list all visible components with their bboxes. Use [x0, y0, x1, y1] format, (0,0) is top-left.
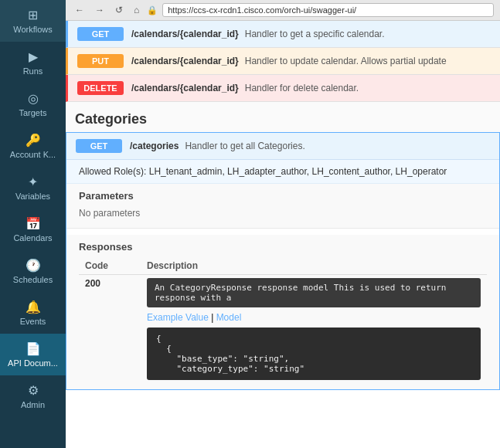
sidebar-item-events[interactable]: 🔔 Events	[0, 292, 66, 334]
nav-forward-button[interactable]: →	[92, 3, 107, 17]
expanded-get-header[interactable]: GET /categories Handler to get all Categ…	[66, 133, 499, 159]
nav-refresh-button[interactable]: ↺	[112, 3, 126, 17]
schedules-icon: 🕐	[26, 258, 41, 273]
address-bar[interactable]	[162, 3, 494, 17]
events-icon: 🔔	[26, 300, 41, 314]
sidebar-item-variables[interactable]: ✦ Variables	[0, 167, 66, 209]
sidebar-label-workflows: Workflows	[13, 25, 53, 34]
sidebar-item-calendars[interactable]: 📅 Calendars	[0, 209, 66, 250]
sidebar-label-calendars: Calendars	[13, 233, 52, 243]
responses-section: Responses Code Description 200	[66, 235, 499, 389]
variables-icon: ✦	[28, 175, 38, 189]
model-link[interactable]: Model	[216, 312, 242, 323]
responses-title: Responses	[79, 241, 487, 253]
roles-label: Allowed Role(s):	[79, 166, 146, 177]
expanded-get-path: /categories	[130, 141, 179, 151]
method-badge-put: PUT	[77, 54, 124, 68]
method-badge-delete: DELETE	[77, 81, 124, 95]
sidebar-item-runs[interactable]: ▶ Runs	[0, 42, 66, 83]
main-content: ← → ↺ ⌂ 🔒 GET /calendars/{calendar_id} H…	[66, 0, 500, 448]
response-description: An CategoryResponse response model This …	[147, 278, 481, 307]
sidebar-label-events: Events	[20, 317, 46, 326]
parameters-section: Parameters No parameters	[66, 184, 499, 229]
expanded-get-body: Allowed Role(s): LH_tenant_admin, LH_ada…	[66, 159, 499, 389]
params-title: Parameters	[79, 190, 487, 202]
browser-top-bar: ← → ↺ ⌂ 🔒	[66, 0, 500, 21]
expanded-get-desc: Handler to get all Categories.	[185, 141, 304, 151]
endpoint-desc-put-cal: Handler to update calendar. Allows parti…	[245, 56, 447, 66]
calendars-icon: 📅	[26, 216, 41, 231]
response-table: Code Description 200 An CategoryResponse…	[79, 257, 487, 383]
endpoint-path-put-cal: /calendars/{calendar_id}	[131, 56, 239, 66]
sidebar-item-account-keys[interactable]: 🔑 Account K...	[0, 125, 66, 167]
endpoint-path-get-cal: /calendars/{calendar_id}	[131, 29, 239, 39]
targets-icon: ◎	[28, 91, 39, 106]
sidebar-label-admin: Admin	[21, 400, 45, 409]
example-links: Example Value | Model	[147, 312, 481, 323]
endpoint-delete-calendar-id[interactable]: DELETE /calendars/{calendar_id} Handler …	[66, 75, 500, 102]
admin-icon: ⚙	[28, 383, 39, 398]
endpoint-path-delete-cal: /calendars/{calendar_id}	[131, 83, 239, 93]
swagger-body: GET /calendars/{calendar_id} Handler to …	[66, 21, 500, 390]
endpoint-desc-get-cal: Handler to get a specific calendar.	[245, 29, 385, 39]
sidebar-label-schedules: Schedules	[13, 275, 53, 284]
sidebar-label-runs: Runs	[23, 66, 43, 76]
col-desc-header: Description	[141, 257, 487, 275]
endpoint-get-calendar-id[interactable]: GET /calendars/{calendar_id} Handler to …	[66, 21, 500, 48]
sidebar-item-api-docs[interactable]: 📄 API Docum...	[0, 334, 66, 375]
response-cell: An CategoryResponse response model This …	[141, 275, 487, 384]
roles-list: LH_tenant_admin, LH_adapter_author, LH_c…	[149, 166, 447, 177]
sidebar-item-targets[interactable]: ◎ Targets	[0, 83, 66, 125]
account-keys-icon: 🔑	[26, 133, 41, 148]
workflows-icon: ⊞	[28, 8, 38, 22]
api-docs-icon: 📄	[26, 341, 41, 356]
method-badge-get: GET	[77, 27, 124, 41]
no-params-text: No parameters	[79, 205, 487, 222]
code-snippet: { { "base_type": "string", "category_typ…	[147, 328, 481, 380]
sidebar-label-api-docs: API Docum...	[8, 358, 58, 368]
sidebar-label-targets: Targets	[19, 108, 46, 117]
expanded-get-categories: GET /categories Handler to get all Categ…	[66, 132, 500, 390]
col-code-header: Code	[79, 257, 141, 275]
response-code: 200	[79, 275, 141, 384]
sidebar-item-admin[interactable]: ⚙ Admin	[0, 375, 66, 417]
sidebar-item-workflows[interactable]: ⊞ Workflows	[0, 0, 66, 42]
sidebar-item-schedules[interactable]: 🕐 Schedules	[0, 250, 66, 292]
nav-home-button[interactable]: ⌂	[131, 3, 142, 17]
categories-title: Categories	[75, 111, 147, 127]
categories-section-header: Categories	[66, 102, 500, 132]
sidebar-label-account-keys: Account K...	[10, 150, 56, 159]
runs-icon: ▶	[29, 49, 38, 64]
endpoint-put-calendar-id[interactable]: PUT /calendars/{calendar_id} Handler to …	[66, 48, 500, 75]
endpoint-desc-delete-cal: Handler for delete calendar.	[245, 83, 359, 93]
example-value-link[interactable]: Example Value	[147, 312, 209, 323]
nav-back-button[interactable]: ←	[72, 3, 87, 17]
roles-row: Allowed Role(s): LH_tenant_admin, LH_ada…	[66, 160, 499, 184]
sidebar-label-variables: Variables	[15, 192, 50, 201]
expanded-get-badge: GET	[76, 139, 122, 153]
sidebar: ⊞ Workflows ▶ Runs ◎ Targets 🔑 Account K…	[0, 0, 66, 448]
response-row-200: 200 An CategoryResponse response model T…	[79, 275, 487, 384]
